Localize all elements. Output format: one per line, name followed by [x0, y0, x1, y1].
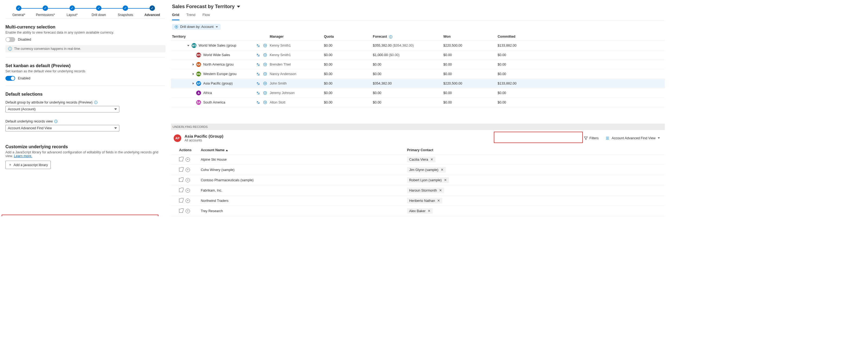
contact-tag[interactable]: Heriberto Nathan✕	[407, 198, 442, 204]
account-name[interactable]: Northwind Traders	[201, 199, 407, 203]
col-contact[interactable]: Primary Contact	[407, 148, 624, 152]
download-icon[interactable]	[263, 44, 267, 47]
avatar: AP	[174, 134, 181, 142]
avatar: A	[196, 91, 201, 95]
share-icon[interactable]	[256, 101, 260, 104]
col-manager[interactable]: Manager	[270, 35, 324, 38]
grid-row[interactable]: APAsia Pacific (group) John Smith$0.00$3…	[171, 79, 665, 88]
close-icon[interactable]: ✕	[439, 188, 442, 193]
open-icon[interactable]	[179, 209, 183, 213]
share-icon[interactable]	[256, 72, 260, 76]
contact-cell: Heriberto Nathan✕	[407, 198, 624, 204]
share-icon[interactable]	[256, 44, 260, 47]
contact-tag[interactable]: Robert Lyon (sample)✕	[407, 177, 449, 183]
col-account[interactable]: Account Name	[201, 148, 407, 152]
table-row[interactable]: +Fabrikam, Inc.Haroun Stormonth✕	[171, 185, 665, 196]
share-icon[interactable]	[256, 91, 260, 95]
table-row[interactable]: +Alpine Ski HouseCacilia Viera✕	[171, 154, 665, 165]
open-icon[interactable]	[179, 158, 183, 161]
table-row[interactable]: +Northwind TradersHeriberto Nathan✕	[171, 196, 665, 206]
chevron-right-icon[interactable]	[193, 73, 194, 75]
drilldown-pill[interactable]: Drill down by: Account	[172, 24, 221, 30]
close-icon[interactable]: ✕	[444, 178, 447, 182]
account-name[interactable]: Alpine Ski House	[201, 158, 407, 162]
grid-row[interactable]: WSWorld Wide Sales (group Kenny Smith1$0…	[171, 41, 665, 50]
tab-trend[interactable]: Trend	[186, 13, 195, 20]
info-icon[interactable]: i	[389, 35, 392, 38]
close-icon[interactable]: ✕	[437, 199, 440, 203]
territory-name: World Wide Sales	[203, 53, 230, 57]
download-icon[interactable]	[263, 91, 267, 95]
kanban-toggle[interactable]	[5, 76, 15, 81]
view-dropdown[interactable]: Account Advanced Find View	[603, 135, 662, 141]
grid-row[interactable]: AAfrica Jeremy Johnson$0.00$0.00$0.00$0.…	[171, 88, 665, 98]
step-general[interactable]: ✓ General*	[5, 5, 32, 17]
chevron-down-icon[interactable]	[237, 6, 240, 8]
add-icon[interactable]: +	[186, 199, 190, 203]
account-name[interactable]: Trey Research	[201, 209, 407, 213]
col-territory[interactable]: Territory	[172, 35, 270, 38]
chevron-right-icon[interactable]	[193, 82, 194, 84]
territory-cell: APAsia Pacific (group)	[172, 81, 232, 86]
groupby-select[interactable]: Account (Account)	[5, 106, 119, 112]
col-actions[interactable]: Actions	[179, 148, 201, 152]
add-icon[interactable]: +	[186, 188, 190, 193]
add-icon[interactable]: +	[186, 178, 190, 182]
share-icon[interactable]	[256, 63, 260, 66]
share-icon[interactable]	[256, 53, 260, 57]
download-icon[interactable]	[263, 72, 267, 76]
download-icon[interactable]	[263, 101, 267, 104]
step-snapshots[interactable]: ✓ Snapshots	[112, 5, 138, 17]
download-icon[interactable]	[263, 81, 267, 85]
contact-tag[interactable]: Alex Baker✕	[407, 208, 433, 214]
contact-tag[interactable]: Cacilia Viera✕	[407, 157, 435, 162]
info-icon[interactable]: i	[94, 101, 97, 104]
share-icon[interactable]	[256, 81, 260, 85]
multicurrency-toggle[interactable]	[5, 37, 15, 42]
add-icon[interactable]: +	[186, 209, 190, 213]
download-icon[interactable]	[263, 63, 267, 66]
step-permissions[interactable]: ✓ Permissions*	[32, 5, 59, 17]
table-row[interactable]: +Contoso Pharmaceuticals (sample)Robert …	[171, 175, 665, 185]
contact-tag[interactable]: Haroun Stormonth✕	[407, 187, 444, 193]
account-name[interactable]: Contoso Pharmaceuticals (sample)	[201, 178, 407, 182]
open-icon[interactable]	[179, 188, 183, 192]
table-row[interactable]: +Coho Winery (sample)Jim Glynn (sample)✕	[171, 165, 665, 175]
contact-tag[interactable]: Jim Glynn (sample)✕	[407, 167, 446, 173]
col-committed[interactable]: Committed	[498, 35, 579, 38]
open-icon[interactable]	[179, 168, 183, 172]
grid-row[interactable]: WEWestern Europe (grou Nancy Andersson$0…	[171, 69, 665, 79]
add-icon[interactable]: +	[186, 168, 190, 172]
step-layout[interactable]: ✓ Layout*	[59, 5, 86, 17]
col-forecast[interactable]: Forecasti	[373, 35, 443, 38]
learn-more-link[interactable]: Learn more.	[14, 154, 32, 158]
view-select[interactable]: Account Advanced Find View	[5, 125, 119, 131]
add-js-button[interactable]: ＋ Add a javascript library	[5, 161, 51, 169]
quota-cell: $0.00	[324, 63, 373, 66]
add-icon[interactable]: +	[186, 158, 190, 162]
close-icon[interactable]: ✕	[430, 158, 433, 162]
open-icon[interactable]	[179, 178, 183, 182]
info-icon[interactable]: i	[54, 120, 58, 123]
col-quota[interactable]: Quota	[324, 35, 373, 38]
grid-row[interactable]: WSWorld Wide Sales Kenny Smith1$0.00$1,0…	[171, 50, 665, 60]
toggle-label: Enabled	[18, 76, 30, 80]
chevron-right-icon[interactable]	[193, 63, 194, 66]
account-name[interactable]: Coho Winery (sample)	[201, 168, 407, 172]
won-cell: $0.00	[443, 101, 498, 104]
close-icon[interactable]: ✕	[428, 209, 431, 213]
step-drilldown[interactable]: ✓ Drill down	[86, 5, 112, 17]
grid-row[interactable]: SASouth America Alton Stott$0.00$0.00$0.…	[171, 98, 665, 107]
grid-row[interactable]: NANorth America (grou Brenden Thiel$0.00…	[171, 60, 665, 69]
open-icon[interactable]	[179, 199, 183, 202]
chevron-down-icon[interactable]	[187, 45, 189, 46]
col-won[interactable]: Won	[443, 35, 498, 38]
download-icon[interactable]	[263, 53, 267, 57]
filters-button[interactable]: Filters	[584, 136, 598, 140]
step-advanced[interactable]: ✓ Advanced	[139, 5, 165, 17]
table-row[interactable]: +Trey ResearchAlex Baker✕	[171, 206, 665, 216]
account-name[interactable]: Fabrikam, Inc.	[201, 188, 407, 193]
tab-flow[interactable]: Flow	[203, 13, 210, 20]
tab-grid[interactable]: Grid	[172, 13, 179, 20]
close-icon[interactable]: ✕	[441, 168, 444, 172]
